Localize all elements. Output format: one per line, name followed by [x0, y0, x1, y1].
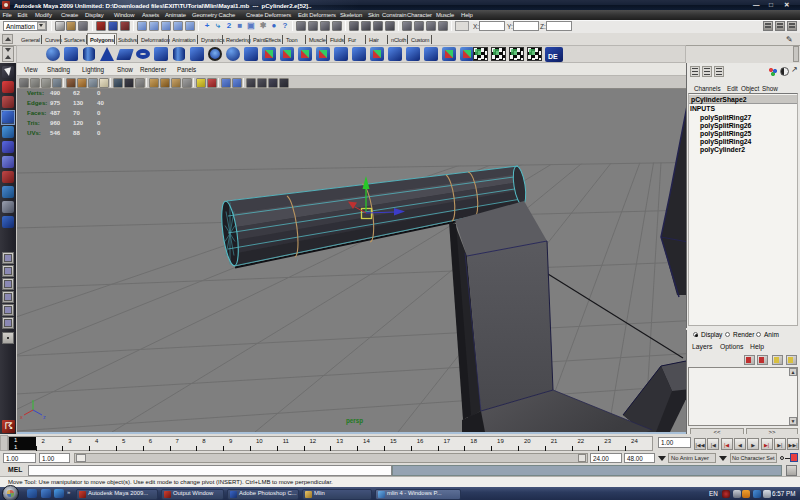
- svg-text:persp: persp: [346, 417, 363, 425]
- svg-text:z: z: [43, 414, 46, 420]
- svg-text:x: x: [20, 414, 23, 420]
